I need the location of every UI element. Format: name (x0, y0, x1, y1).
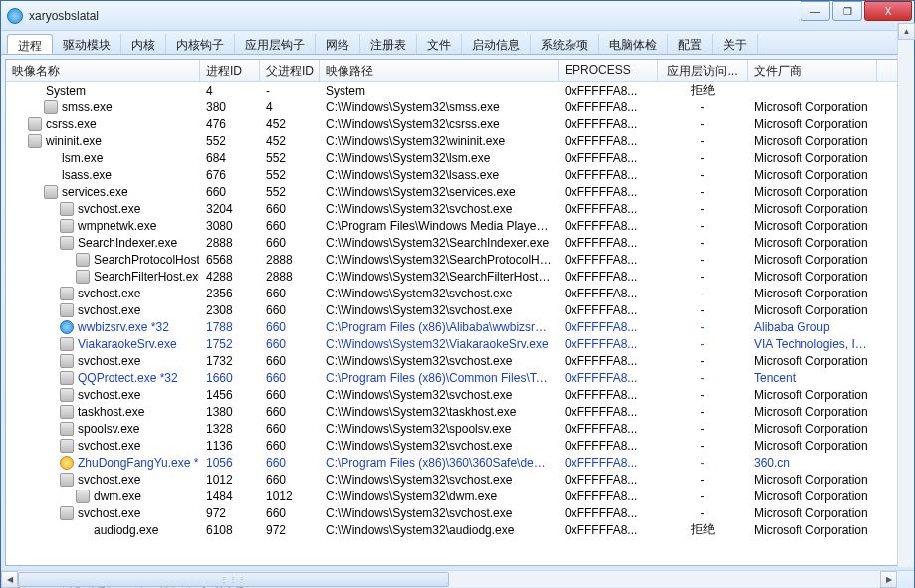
cell-appaccess: - (658, 150, 748, 166)
process-icon (60, 219, 74, 233)
tab-7[interactable]: 文件 (417, 34, 462, 54)
cell-eprocess: 0xFFFFFA8... (559, 455, 658, 471)
table-row[interactable]: SearchProtocolHost.exe65682888C:\Windows… (6, 251, 909, 268)
table-row[interactable]: dwm.exe14841012C:\Windows\System32\dwm.e… (6, 488, 909, 504)
table-row[interactable]: SearchFilterHost.exe42882888C:\Windows\S… (6, 268, 909, 285)
scroll-right-icon[interactable]: ▶ (880, 571, 897, 588)
tab-3[interactable]: 内核钩子 (166, 34, 235, 54)
table-row[interactable]: spoolsv.exe1328660C:\Windows\System32\sp… (6, 420, 909, 437)
cell-path: C:\Windows\System32\csrss.exe (320, 116, 559, 132)
process-icon (60, 405, 74, 419)
table-row[interactable]: smss.exe3804C:\Windows\System32\smss.exe… (6, 98, 909, 115)
scroll-up-icon[interactable]: ▲ (898, 23, 915, 40)
process-list[interactable]: System4-System0xFFFFFA8...拒绝smss.exe3804… (6, 82, 909, 565)
cell-vendor: Alibaba Group (748, 319, 877, 335)
table-row[interactable]: lsm.exe684552C:\Windows\System32\lsm.exe… (6, 149, 909, 166)
process-name: svchost.exe (78, 439, 140, 453)
table-row[interactable]: svchost.exe1456660C:\Windows\System32\sv… (6, 386, 909, 403)
cell-path: C:\Windows\System32\services.exe (320, 184, 559, 200)
cell-ppid: 660 (260, 505, 320, 521)
table-row[interactable]: svchost.exe3204660C:\Windows\System32\sv… (6, 200, 909, 217)
titlebar[interactable]: xaryosbslatal — ❐ X (1, 1, 914, 31)
cell-pid: 660 (200, 184, 260, 200)
cell-appaccess: - (658, 167, 748, 183)
tab-8[interactable]: 启动信息 (462, 34, 531, 54)
cell-vendor: Microsoft Corporation (748, 286, 877, 301)
cell-path: C:\Windows\System32\svchost.exe (320, 353, 559, 369)
scroll-thumb[interactable]: ⋮⋮⋮ (18, 572, 449, 587)
table-row[interactable]: lsass.exe676552C:\Windows\System32\lsass… (6, 166, 909, 183)
process-icon (60, 337, 74, 351)
cell-path: C:\Windows\System32\dwm.exe (320, 489, 559, 504)
table-row[interactable]: SearchIndexer.exe2888660C:\Windows\Syste… (6, 234, 909, 251)
cell-ppid: 2888 (260, 252, 320, 268)
tab-1[interactable]: 驱动模块 (53, 34, 121, 54)
scroll-left-icon[interactable]: ◀ (1, 571, 18, 588)
minimize-button[interactable]: — (801, 1, 830, 21)
cell-vendor: Microsoft Corporation (748, 302, 877, 318)
cell-eprocess: 0xFFFFFA8... (559, 522, 658, 538)
header-pid[interactable]: 进程ID (200, 60, 260, 81)
tab-0[interactable]: 进程 (7, 34, 53, 54)
tab-5[interactable]: 网络 (316, 34, 360, 54)
cell-vendor: Microsoft Corporation (748, 201, 877, 217)
process-name: spoolsv.exe (78, 422, 139, 436)
window-title: xaryosbslatal (29, 9, 908, 23)
horizontal-scrollbar[interactable]: ◀ ⋮⋮⋮ ▶ (1, 570, 897, 587)
cell-path: C:\Windows\System32\audiodg.exe (320, 522, 559, 538)
cell-appaccess: - (658, 370, 748, 386)
table-row[interactable]: ZhuDongFangYu.exe *321056660C:\Program F… (6, 454, 909, 471)
table-row[interactable]: wmpnetwk.exe3080660C:\Program Files\Wind… (6, 217, 909, 234)
cell-pid: 4288 (200, 269, 260, 285)
table-row[interactable]: QQProtect.exe *321660660C:\Program Files… (6, 369, 909, 386)
tab-6[interactable]: 注册表 (360, 34, 417, 54)
table-row[interactable]: svchost.exe2356660C:\Windows\System32\sv… (6, 285, 909, 301)
process-name: QQProtect.exe *32 (78, 371, 178, 385)
table-row[interactable]: svchost.exe1012660C:\Windows\System32\sv… (6, 471, 909, 488)
table-row[interactable]: svchost.exe972660C:\Windows\System32\svc… (6, 504, 909, 521)
table-row[interactable]: wwbizsrv.exe *321788660C:\Program Files … (6, 318, 909, 335)
cell-appaccess: - (658, 252, 748, 268)
cell-appaccess: - (658, 201, 748, 217)
cell-vendor: Microsoft Corporation (748, 438, 877, 454)
cell-eprocess: 0xFFFFFA8... (559, 370, 658, 386)
cell-path: C:\Program Files\Windows Media Player\wm… (320, 218, 559, 234)
tab-10[interactable]: 电脑体检 (599, 34, 668, 54)
maximize-button[interactable]: ❐ (832, 1, 862, 21)
tab-9[interactable]: 系统杂项 (531, 34, 599, 54)
header-eprocess[interactable]: EPROCESS (559, 60, 658, 81)
table-row[interactable]: svchost.exe2308660C:\Windows\System32\sv… (6, 301, 909, 318)
cell-pid: 1752 (200, 336, 260, 352)
process-icon (60, 422, 74, 436)
vertical-scrollbar[interactable]: ▲ (897, 23, 914, 567)
table-row[interactable]: svchost.exe1732660C:\Windows\System32\sv… (6, 352, 909, 369)
tab-12[interactable]: 关于 (713, 34, 758, 54)
cell-ppid: 660 (260, 201, 320, 217)
table-row[interactable]: csrss.exe476452C:\Windows\System32\csrss… (6, 115, 909, 132)
tab-2[interactable]: 内核 (121, 34, 166, 54)
cell-vendor (748, 90, 877, 92)
header-path[interactable]: 映像路径 (320, 60, 559, 81)
cell-appaccess: - (658, 286, 748, 301)
table-row[interactable]: svchost.exe1136660C:\Windows\System32\sv… (6, 437, 909, 454)
tab-4[interactable]: 应用层钩子 (235, 34, 316, 54)
cell-ppid: 660 (260, 336, 320, 352)
table-row[interactable]: audiodg.exe6108972C:\Windows\System32\au… (6, 521, 909, 538)
cell-path: C:\Windows\System32\taskhost.exe (320, 404, 559, 420)
process-name: ZhuDongFangYu.exe *32 (78, 456, 200, 470)
cell-path: C:\Windows\System32\lsass.exe (320, 167, 559, 183)
header-appaccess[interactable]: 应用层访问... (658, 60, 748, 81)
table-row[interactable]: taskhost.exe1380660C:\Windows\System32\t… (6, 403, 909, 420)
cell-eprocess: 0xFFFFFA8... (559, 472, 658, 488)
header-ppid[interactable]: 父进程ID (260, 60, 320, 81)
header-imagename[interactable]: 映像名称 (6, 60, 200, 81)
cell-pid: 1380 (200, 404, 260, 420)
table-row[interactable]: System4-System0xFFFFFA8...拒绝 (6, 82, 909, 98)
process-icon (60, 236, 74, 250)
table-row[interactable]: wininit.exe552452C:\Windows\System32\win… (6, 132, 909, 149)
close-button[interactable]: X (864, 1, 912, 21)
table-row[interactable]: ViakaraokeSrv.exe1752660C:\Windows\Syste… (6, 335, 909, 352)
tab-11[interactable]: 配置 (668, 34, 713, 54)
header-vendor[interactable]: 文件厂商 (748, 60, 877, 81)
table-row[interactable]: services.exe660552C:\Windows\System32\se… (6, 183, 909, 200)
